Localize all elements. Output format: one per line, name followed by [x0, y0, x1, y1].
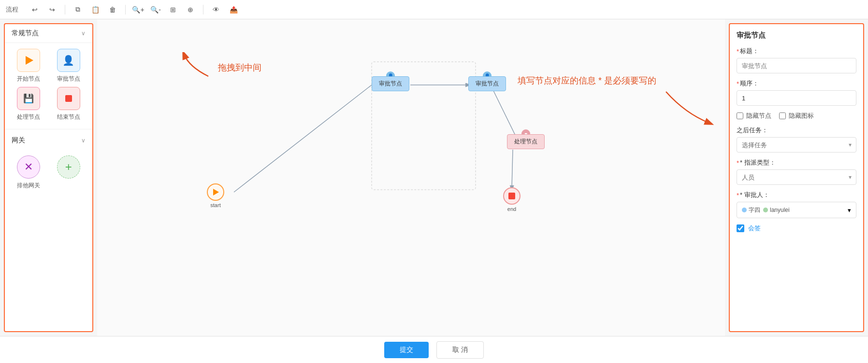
hide-icon-checkbox-label[interactable]: 隐藏图标 [779, 112, 814, 120]
redo-button[interactable]: ↪ [45, 3, 59, 16]
add-gateway-icon: + [57, 155, 80, 179]
arrow-fill-svg [661, 89, 719, 128]
assign-type-required-star: * [737, 159, 739, 167]
assign-type-field: * * 指派类型： 人员 角色 [737, 158, 856, 185]
divider1 [65, 5, 65, 14]
exclusive-x-icon: ✕ [24, 161, 33, 173]
gateway-grid: ✕ 排他网关 + [5, 150, 92, 195]
regular-nodes-section: 常规节点 ∨ [5, 24, 92, 43]
hide-node-checkbox-label[interactable]: 隐藏节点 [737, 112, 771, 120]
right-panel-title: 审批节点 [737, 31, 856, 40]
handle-save-icon: 💾 [23, 93, 34, 104]
section-toggle-regular[interactable]: ∨ [81, 30, 86, 37]
regular-nodes-label: 常规节点 [12, 29, 39, 38]
approve-node-item[interactable]: 👤 审批节点 [51, 49, 87, 83]
cancel-button[interactable]: 取 消 [436, 341, 484, 359]
title-required-star: * [737, 48, 739, 55]
title-input[interactable] [737, 58, 856, 73]
assign-type-label-text: * 指派类型： [740, 158, 776, 167]
countersign-label[interactable]: 会签 [748, 224, 761, 233]
left-panel: 常规节点 ∨ 开始节点 👤 审批节点 💾 [4, 23, 93, 332]
approver-select-chevron[interactable]: ▾ [848, 207, 851, 214]
undo-button[interactable]: ↩ [28, 3, 42, 16]
title-field: * 标题： [737, 47, 856, 73]
assign-type-select[interactable]: 人员 角色 [737, 169, 856, 185]
fit-button[interactable]: ⊞ [166, 3, 180, 16]
section-divider [5, 129, 92, 129]
approver-tag-1: 字四 [742, 206, 760, 214]
end-node-item[interactable]: 结束节点 [51, 87, 87, 121]
zoom-in-button[interactable]: 🔍+ [131, 3, 145, 16]
paste-button[interactable]: 📋 [88, 3, 102, 16]
copy-button[interactable]: ⧉ [71, 3, 85, 16]
annotation-fill: 填写节点对应的信息 * 是必须要写的 [518, 75, 656, 86]
approve-node-icon: 👤 [57, 49, 80, 72]
handle-node-icon: 💾 [17, 87, 40, 110]
canvas[interactable]: 拖拽到中间 填写节点对应的信息 * 是必须要写的 start [97, 19, 725, 336]
hide-node-checkbox[interactable] [737, 112, 743, 119]
approver-name-1: 字四 [749, 206, 760, 214]
assign-type-label: * * 指派类型： [737, 158, 856, 167]
countersign-row: 会签 [737, 224, 856, 233]
section-toggle-gateway[interactable]: ∨ [81, 137, 86, 144]
after-task-select[interactable]: 选择任务 [737, 137, 856, 153]
approver-name-2: lanyulei [770, 207, 790, 213]
approve-box-2[interactable]: 审批节点 [468, 76, 506, 91]
approver-required-star: * [737, 192, 739, 199]
order-input[interactable] [737, 90, 856, 106]
end-node-label: 结束节点 [57, 113, 80, 121]
end-flow-node[interactable]: end [503, 187, 521, 212]
exclusive-gateway-icon: ✕ [17, 155, 40, 179]
approve-flow-node-1[interactable]: 👤 审批节点 [372, 76, 409, 91]
handle-flow-node[interactable]: ■ 处理节点 [507, 134, 545, 149]
title-label-text: 标题： [740, 47, 759, 56]
approver-dot-2 [763, 208, 768, 212]
delete-button[interactable]: 🗑 [106, 3, 119, 16]
approver-input[interactable]: 字四 lanyulei ▾ [737, 202, 856, 218]
after-task-label: 之后任务： [737, 126, 856, 135]
gateway-section: 网关 ∨ [5, 131, 92, 150]
end-circle[interactable] [503, 187, 521, 205]
svg-line-4 [512, 150, 513, 188]
after-task-field: 之后任务： 选择任务 [737, 126, 856, 153]
zoom-out-button[interactable]: 🔍- [149, 3, 162, 16]
start-flow-node[interactable]: start [207, 183, 224, 208]
main-area: 常规节点 ∨ 开始节点 👤 审批节点 💾 [0, 19, 868, 336]
countersign-checkbox[interactable] [737, 224, 744, 232]
topbar-title: 流程 [6, 5, 18, 14]
annotation-fill-text: 填写节点对应的信息 * 是必须要写的 [518, 76, 656, 85]
start-circle[interactable] [207, 183, 224, 201]
hide-node-text: 隐藏节点 [746, 112, 771, 120]
hide-options-row: 隐藏节点 隐藏图标 [737, 112, 856, 120]
svg-line-3 [493, 91, 518, 140]
handle-box[interactable]: 处理节点 [507, 134, 545, 149]
end-label: end [503, 206, 521, 212]
start-icon-triangle [26, 56, 33, 65]
order-required-star: * [737, 80, 739, 87]
title-label: * 标题： [737, 47, 856, 56]
node-grid: 开始节点 👤 审批节点 💾 处理节点 结束节点 [5, 43, 92, 127]
hide-icon-text: 隐藏图标 [789, 112, 814, 120]
annotation-drag-text: 拖拽到中间 [218, 62, 261, 73]
after-task-label-text: 之后任务： [737, 126, 768, 135]
exclusive-gateway-item[interactable]: ✕ 排他网关 [11, 155, 47, 190]
start-node-item[interactable]: 开始节点 [11, 49, 47, 83]
submit-button[interactable]: 提交 [384, 342, 429, 358]
approve-node-label: 审批节点 [57, 75, 80, 83]
approver-label: * * 审批人： [737, 191, 856, 199]
add-gateway-item[interactable]: + [51, 155, 87, 190]
order-field: * 顺序： [737, 79, 856, 106]
export-button[interactable]: 📤 [227, 3, 240, 16]
handle-node-label: 处理节点 [17, 113, 40, 121]
hide-icon-checkbox[interactable] [779, 112, 786, 119]
preview-button[interactable]: 👁 [209, 3, 223, 16]
approve-box-1[interactable]: 审批节点 [372, 76, 409, 91]
center-button[interactable]: ⊕ [184, 3, 197, 16]
end-icon-square [65, 95, 72, 102]
approve-node-2-label: 审批节点 [476, 80, 499, 88]
approve-flow-node-2[interactable]: 👤 审批节点 [468, 76, 506, 91]
handle-node-item[interactable]: 💾 处理节点 [11, 87, 47, 121]
arrow-drag-svg [179, 52, 218, 81]
after-task-select-wrap: 选择任务 [737, 137, 856, 153]
approver-dot-1 [742, 208, 747, 212]
